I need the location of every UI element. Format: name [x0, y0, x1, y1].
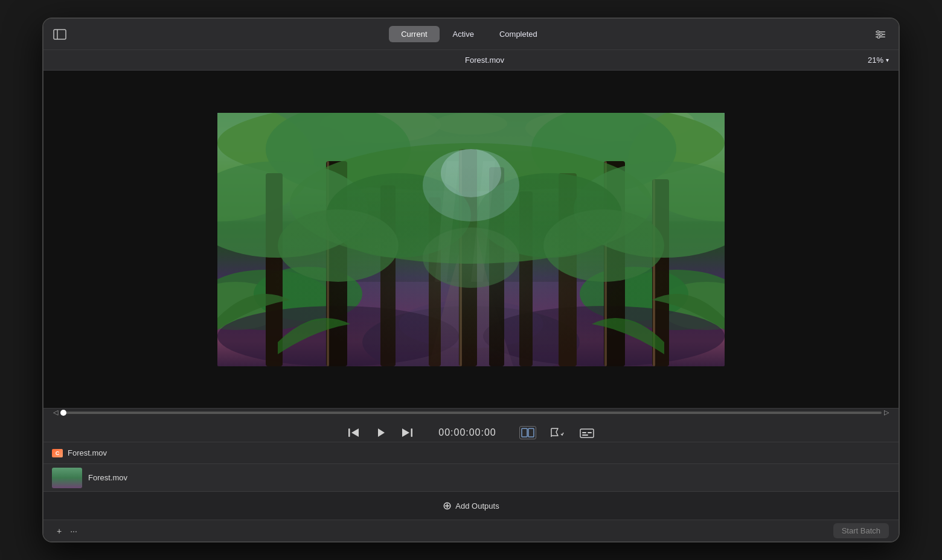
titlebar: Current Active Completed: [43, 19, 899, 50]
forest-scene: [217, 113, 725, 366]
file-row-name: Forest.mov: [88, 473, 127, 482]
svg-rect-0: [54, 30, 66, 39]
svg-rect-64: [588, 432, 592, 433]
view-mode-button[interactable]: [519, 426, 536, 439]
svg-rect-61: [580, 429, 594, 438]
scrubber-end-marker: ▷: [884, 409, 889, 416]
files-header-name: Forest.mov: [68, 448, 107, 457]
file-row[interactable]: Forest.mov: [43, 464, 899, 492]
tab-completed[interactable]: Completed: [487, 26, 550, 42]
transport-bar: ◁ ▷: [43, 408, 899, 442]
tab-current[interactable]: Current: [389, 26, 439, 42]
start-batch-button[interactable]: Start Batch: [833, 523, 889, 538]
svg-rect-59: [522, 428, 527, 437]
controls-row: 00:00:00:00: [53, 424, 889, 442]
svg-point-5: [877, 30, 879, 33]
zoom-control[interactable]: 21% ▾: [868, 56, 889, 65]
more-options-button[interactable]: ···: [66, 525, 81, 537]
svg-rect-60: [528, 428, 534, 437]
play-button[interactable]: [372, 424, 389, 441]
sidebar-toggle-button[interactable]: [53, 29, 66, 40]
laptop-frame: Current Active Completed: [42, 18, 900, 542]
skip-forward-button[interactable]: [399, 425, 415, 441]
svg-rect-62: [582, 432, 586, 433]
svg-rect-63: [582, 434, 588, 436]
video-preview: [217, 113, 725, 366]
tab-active[interactable]: Active: [441, 26, 486, 42]
caption-button[interactable]: [577, 425, 597, 441]
filename-label: Forest.mov: [101, 56, 868, 65]
flag-button[interactable]: [546, 425, 568, 441]
zoom-value: 21%: [868, 56, 883, 65]
timecode-display: 00:00:00:00: [425, 427, 510, 438]
zoom-chevron-icon: ▾: [886, 57, 889, 63]
svg-point-6: [880, 33, 882, 36]
bottom-bar: + ··· Start Batch: [43, 520, 899, 541]
svg-point-7: [877, 36, 880, 38]
settings-icon[interactable]: [872, 26, 889, 43]
scrubber-start-marker: ◁: [53, 409, 58, 416]
add-outputs-label: Add Outputs: [455, 501, 499, 511]
file-thumbnail: [52, 468, 82, 488]
add-outputs-icon: ⊕: [443, 500, 452, 511]
scrubber-row: ◁ ▷: [53, 409, 889, 416]
skip-back-button[interactable]: [345, 425, 362, 441]
app-window: Current Active Completed: [43, 19, 899, 541]
files-app-icon: C: [52, 449, 63, 457]
tab-group: Current Active Completed: [389, 26, 550, 42]
svg-rect-56: [217, 113, 725, 366]
add-button[interactable]: +: [53, 525, 65, 537]
svg-rect-58: [411, 428, 413, 437]
scrubber-thumb[interactable]: [60, 410, 66, 416]
filename-bar: Forest.mov 21% ▾: [43, 50, 899, 71]
add-outputs-row[interactable]: ⊕ Add Outputs: [43, 492, 899, 520]
files-header: C Forest.mov: [43, 442, 899, 464]
scrubber-track[interactable]: [60, 412, 882, 414]
files-panel: C Forest.mov Forest.mov ⊕ Add Outputs: [43, 442, 899, 520]
preview-area: [43, 71, 899, 408]
svg-rect-57: [348, 428, 350, 437]
add-remove-buttons: + ···: [53, 525, 81, 537]
